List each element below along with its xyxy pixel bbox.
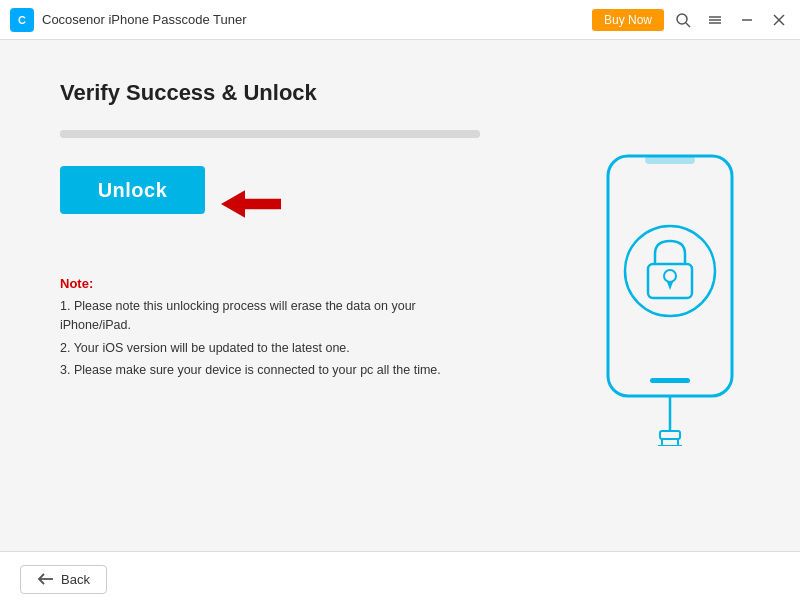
menu-button[interactable] bbox=[704, 9, 726, 31]
left-panel: Verify Success & Unlock Unlock Note: 1. … bbox=[0, 40, 540, 551]
unlock-button[interactable]: Unlock bbox=[60, 166, 205, 214]
app-icon: C bbox=[10, 8, 34, 32]
note-item-1: 1. Please note this unlocking process wi… bbox=[60, 297, 480, 335]
svg-rect-18 bbox=[660, 431, 680, 439]
close-button[interactable] bbox=[768, 9, 790, 31]
title-bar: C Cocosenor iPhone Passcode Tuner Buy No… bbox=[0, 0, 800, 40]
right-panel bbox=[540, 40, 800, 551]
page-title: Verify Success & Unlock bbox=[60, 80, 480, 106]
svg-text:C: C bbox=[18, 14, 26, 26]
back-arrow-icon bbox=[37, 572, 55, 586]
minimize-button[interactable] bbox=[736, 9, 758, 31]
svg-point-16 bbox=[664, 270, 676, 282]
bottom-bar: Back bbox=[0, 551, 800, 606]
back-label: Back bbox=[61, 572, 90, 587]
back-button[interactable]: Back bbox=[20, 565, 107, 594]
svg-line-3 bbox=[686, 23, 690, 27]
note-label: Note: bbox=[60, 276, 480, 291]
main-content: Verify Success & Unlock Unlock Note: 1. … bbox=[0, 40, 800, 551]
progress-bar-fill bbox=[60, 130, 480, 138]
buy-now-button[interactable]: Buy Now bbox=[592, 9, 664, 31]
svg-rect-12 bbox=[645, 156, 695, 164]
svg-rect-11 bbox=[608, 156, 732, 396]
svg-point-2 bbox=[677, 14, 687, 24]
note-item-3: 3. Please make sure your device is conne… bbox=[60, 361, 480, 380]
svg-rect-13 bbox=[650, 378, 690, 383]
search-button[interactable] bbox=[672, 9, 694, 31]
svg-marker-10 bbox=[221, 190, 281, 217]
unlock-row: Unlock bbox=[60, 166, 480, 242]
red-arrow-icon bbox=[221, 186, 281, 222]
window-controls bbox=[672, 9, 790, 31]
progress-bar-wrapper bbox=[60, 130, 480, 138]
phone-illustration bbox=[590, 146, 750, 426]
notes-section: Note: 1. Please note this unlocking proc… bbox=[60, 276, 480, 384]
app-title: Cocosenor iPhone Passcode Tuner bbox=[42, 12, 592, 27]
note-item-2: 2. Your iOS version will be updated to t… bbox=[60, 339, 480, 358]
